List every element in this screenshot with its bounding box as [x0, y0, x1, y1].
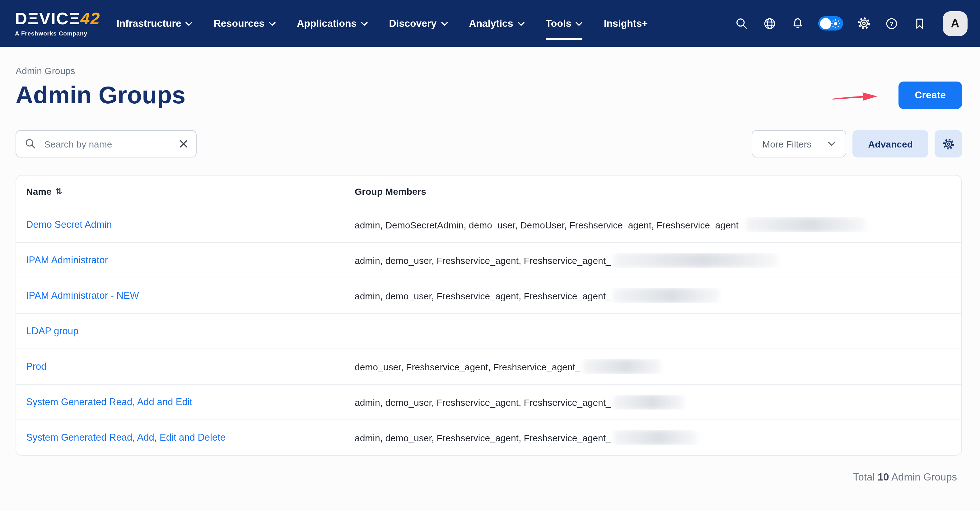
help-icon[interactable]: ?: [884, 16, 899, 31]
brand-tagline: A Freshworks Company: [15, 30, 100, 37]
group-members-cell: admin, demo_user, Freshservice_agent, Fr…: [355, 395, 951, 409]
group-members-cell: demo_user, Freshservice_agent, Freshserv…: [355, 359, 951, 374]
device42-logo[interactable]: DΞVICΞ42 A Freshworks Company: [15, 10, 100, 37]
page-title: Admin Groups: [16, 81, 185, 109]
redacted-members: [614, 253, 778, 267]
search-input-icon: [24, 138, 37, 150]
nav-item-tools[interactable]: Tools: [546, 0, 583, 47]
table-row: Demo Secret Admin admin, DemoSecretAdmin…: [16, 207, 961, 242]
nav-item-insights-[interactable]: Insights+: [604, 0, 648, 47]
search-box: [16, 130, 197, 158]
sort-icon[interactable]: ⇅: [56, 186, 62, 196]
table-row: System Generated Read, Add, Edit and Del…: [16, 420, 961, 455]
admin-groups-page: DΞVICΞ42 A Freshworks Company Infrastruc…: [0, 0, 980, 511]
group-name-link[interactable]: System Generated Read, Add, Edit and Del…: [26, 432, 355, 443]
navbar-actions: ? A: [734, 11, 967, 36]
theme-toggle[interactable]: [818, 16, 843, 30]
bell-icon[interactable]: [790, 16, 805, 31]
clear-search-icon[interactable]: [178, 139, 189, 149]
group-members-text: admin, demo_user, Freshservice_agent, Fr…: [355, 255, 611, 266]
redacted-members: [614, 288, 719, 303]
table-row: IPAM Administrator - NEW admin, demo_use…: [16, 278, 961, 313]
group-members-text: admin, demo_user, Freshservice_agent, Fr…: [355, 290, 611, 301]
group-members-text: demo_user, Freshservice_agent, Freshserv…: [355, 361, 580, 372]
search-input[interactable]: [43, 138, 172, 150]
search-icon[interactable]: [734, 16, 749, 31]
column-header-group-members: Group Members: [355, 186, 951, 196]
gear-icon[interactable]: [856, 16, 871, 31]
chevron-down-icon: [361, 22, 368, 26]
group-name-link[interactable]: Demo Secret Admin: [26, 219, 355, 230]
table-body: Demo Secret Admin admin, DemoSecretAdmin…: [16, 207, 961, 455]
group-members-cell: admin, demo_user, Freshservice_agent, Fr…: [355, 288, 951, 303]
nav-item-label: Infrastructure: [117, 18, 181, 29]
bookmark-icon[interactable]: [912, 16, 927, 31]
toggle-knob: [820, 18, 831, 29]
redacted-members: [614, 430, 697, 445]
chevron-down-icon: [828, 141, 836, 146]
total-count: Total 10 Admin Groups: [16, 471, 962, 483]
redacted-members: [614, 395, 684, 409]
nav-item-label: Insights+: [604, 18, 648, 29]
table-settings-button[interactable]: [935, 130, 962, 158]
nav-item-analytics[interactable]: Analytics: [469, 0, 524, 47]
nav-item-label: Applications: [297, 18, 356, 29]
main-nav: InfrastructureResourcesApplicationsDisco…: [117, 0, 648, 47]
column-header-name[interactable]: Name ⇅: [26, 186, 355, 196]
nav-item-label: Resources: [214, 18, 265, 29]
group-members-cell: admin, demo_user, Freshservice_agent, Fr…: [355, 430, 951, 445]
group-name-link[interactable]: IPAM Administrator - NEW: [26, 290, 355, 301]
group-name-link[interactable]: IPAM Administrator: [26, 255, 355, 266]
nav-item-discovery[interactable]: Discovery: [389, 0, 448, 47]
annotation-arrow: [831, 90, 878, 103]
total-count-number: 10: [878, 471, 889, 482]
group-members-text: admin, DemoSecretAdmin, demo_user, DemoU…: [355, 220, 744, 230]
sun-icon: [830, 18, 841, 28]
nav-item-label: Tools: [546, 18, 571, 29]
globe-icon[interactable]: [762, 16, 777, 31]
table-row: IPAM Administrator admin, demo_user, Fre…: [16, 242, 961, 278]
name-column-label: Name: [26, 186, 52, 196]
chevron-down-icon: [441, 22, 448, 26]
chevron-down-icon: [269, 22, 276, 26]
svg-text:?: ?: [890, 20, 894, 27]
group-members-column-label: Group Members: [355, 186, 426, 196]
nav-item-label: Discovery: [389, 18, 436, 29]
breadcrumb[interactable]: Admin Groups: [16, 65, 75, 76]
group-members-cell: admin, demo_user, Freshservice_agent, Fr…: [355, 253, 951, 267]
table-header: Name ⇅ Group Members: [16, 175, 961, 207]
table-row: System Generated Read, Add and Edit admi…: [16, 384, 961, 420]
nav-item-infrastructure[interactable]: Infrastructure: [117, 0, 192, 47]
chevron-down-icon: [518, 22, 525, 26]
chevron-down-icon: [186, 22, 192, 26]
redacted-members: [583, 359, 661, 374]
nav-item-applications[interactable]: Applications: [297, 0, 368, 47]
group-name-link[interactable]: LDAP group: [26, 326, 355, 337]
create-button[interactable]: Create: [899, 81, 962, 109]
advanced-button[interactable]: Advanced: [853, 130, 928, 158]
table-row: LDAP group: [16, 313, 961, 349]
brand-name: DΞVICΞ: [15, 10, 81, 27]
user-avatar[interactable]: A: [943, 11, 967, 36]
table-row: Prod demo_user, Freshservice_agent, Fres…: [16, 349, 961, 384]
group-name-link[interactable]: Prod: [26, 361, 355, 372]
more-filters-dropdown[interactable]: More Filters: [752, 130, 846, 158]
group-members-cell: admin, DemoSecretAdmin, demo_user, DemoU…: [355, 217, 951, 232]
chevron-down-icon: [576, 22, 583, 26]
group-name-link[interactable]: System Generated Read, Add and Edit: [26, 396, 355, 408]
redacted-members: [746, 217, 866, 232]
group-members-text: admin, demo_user, Freshservice_agent, Fr…: [355, 397, 611, 408]
brand-wordmark: DΞVICΞ42: [15, 10, 100, 27]
group-members-text: admin, demo_user, Freshservice_agent, Fr…: [355, 432, 611, 443]
nav-item-resources[interactable]: Resources: [214, 0, 276, 47]
nav-item-label: Analytics: [469, 18, 513, 29]
settings-gear-icon: [942, 137, 955, 150]
top-navbar: DΞVICΞ42 A Freshworks Company Infrastruc…: [0, 0, 980, 47]
brand-accent: 42: [81, 10, 100, 27]
more-filters-label: More Filters: [762, 138, 811, 149]
admin-groups-table: Name ⇅ Group Members Demo Secret Admin a…: [16, 175, 962, 455]
